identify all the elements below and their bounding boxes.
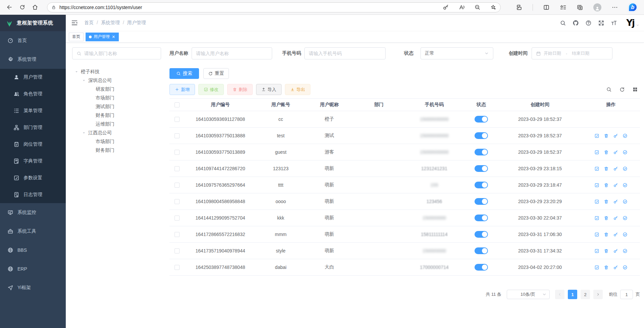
sidebar-menu-item[interactable]: 日志管理 — [0, 186, 66, 203]
tree-node[interactable]: 江西总公司 — [72, 129, 169, 137]
github-icon[interactable] — [573, 20, 579, 26]
tag-tab[interactable]: 首页 — [69, 33, 84, 41]
trash-icon[interactable] — [604, 265, 609, 270]
export-button[interactable]: 导出 — [285, 84, 310, 95]
row-checkbox[interactable] — [175, 248, 180, 253]
page-size-select[interactable]: 10条/页 — [507, 290, 550, 299]
assign-role-check-icon[interactable] — [623, 216, 628, 221]
tree-node[interactable]: 研发部门 — [72, 85, 169, 94]
reset-password-key-icon[interactable] — [613, 248, 618, 253]
search-button[interactable]: 搜索 — [169, 68, 199, 79]
sidebar-menu-item[interactable]: Yi框架 — [0, 278, 66, 297]
refresh-icon[interactable] — [619, 87, 625, 92]
reset-password-key-icon[interactable] — [613, 133, 618, 138]
department-search-field[interactable] — [84, 51, 157, 56]
status-toggle[interactable] — [475, 165, 488, 172]
split-screen-icon[interactable] — [543, 4, 550, 11]
row-checkbox[interactable] — [175, 232, 180, 237]
browser-profile-avatar[interactable] — [593, 3, 601, 11]
reset-button[interactable]: 重置 — [203, 68, 229, 79]
status-toggle[interactable] — [475, 264, 488, 271]
search-icon[interactable] — [560, 20, 566, 26]
sidebar-menu-item[interactable]: 岗位管理 — [0, 136, 66, 153]
phone-field[interactable] — [309, 51, 381, 56]
password-key-icon[interactable] — [443, 4, 449, 10]
app-logo[interactable]: 意框架管理系统 — [0, 15, 66, 31]
edit-icon[interactable] — [594, 265, 599, 270]
next-page-button[interactable] — [593, 290, 603, 299]
status-toggle[interactable] — [475, 116, 488, 123]
trash-icon[interactable] — [604, 166, 609, 171]
row-checkbox[interactable] — [175, 265, 180, 270]
trash-icon[interactable] — [604, 216, 609, 221]
tree-node[interactable]: 财务部门 — [72, 111, 169, 120]
edit-icon[interactable] — [594, 248, 599, 253]
date-range-picker[interactable]: 开始日期 - 结束日期 — [532, 47, 612, 59]
assign-role-check-icon[interactable] — [623, 166, 628, 171]
status-toggle[interactable] — [475, 231, 488, 238]
edit-icon[interactable] — [594, 199, 599, 204]
url-text[interactable]: https://ccnetcore.com:1101/system/user — [59, 5, 142, 10]
sidebar-menu-item[interactable]: 字典管理 — [0, 153, 66, 170]
department-search-input[interactable] — [72, 47, 161, 59]
trash-icon[interactable] — [604, 150, 609, 155]
row-checkbox[interactable] — [175, 166, 180, 171]
reset-password-key-icon[interactable] — [613, 199, 618, 204]
trash-icon[interactable] — [604, 133, 609, 138]
trash-icon[interactable] — [604, 248, 609, 253]
favorites-bar-icon[interactable] — [560, 4, 566, 11]
tree-node[interactable]: 市场部门 — [72, 137, 169, 146]
collections-icon[interactable] — [577, 4, 583, 11]
status-toggle[interactable] — [475, 182, 488, 188]
breadcrumb-item[interactable]: 系统管理 — [94, 20, 120, 26]
sidebar-menu-item[interactable]: 用户管理 — [0, 69, 66, 86]
sidebar-menu-item[interactable]: BBS — [0, 241, 66, 260]
browser-back-button[interactable] — [4, 2, 15, 13]
lock-icon[interactable] — [51, 5, 56, 10]
edit-icon[interactable] — [594, 232, 599, 237]
tree-node[interactable]: 市场部门 — [72, 94, 169, 102]
help-icon[interactable] — [585, 20, 592, 26]
assign-role-check-icon[interactable] — [623, 183, 628, 188]
caret-down-icon[interactable] — [82, 131, 88, 135]
row-checkbox[interactable] — [175, 117, 180, 122]
browser-more-icon[interactable] — [611, 4, 618, 11]
modify-button[interactable]: 修改 — [198, 84, 224, 95]
status-toggle[interactable] — [475, 198, 488, 205]
sidebar-menu-item[interactable]: 参数设置 — [0, 170, 66, 186]
status-toggle[interactable] — [475, 215, 488, 221]
assign-role-check-icon[interactable] — [623, 199, 628, 204]
user-avatar[interactable]: Yj — [626, 18, 639, 27]
tree-node[interactable]: 财务部门 — [72, 146, 169, 155]
phone-input[interactable] — [304, 47, 386, 59]
copilot-icon[interactable] — [628, 3, 637, 12]
status-toggle[interactable] — [475, 149, 488, 155]
search-toggle-icon[interactable] — [606, 87, 612, 92]
collapse-menu-icon[interactable] — [71, 19, 78, 27]
assign-role-check-icon[interactable] — [623, 133, 628, 138]
assign-role-check-icon[interactable] — [623, 150, 628, 155]
close-icon[interactable] — [112, 35, 115, 39]
add-button[interactable]: 新增 — [169, 84, 195, 95]
reset-password-key-icon[interactable] — [613, 216, 618, 221]
username-input[interactable] — [192, 47, 272, 59]
favorite-add-icon[interactable] — [490, 4, 496, 10]
breadcrumb-item[interactable]: 用户管理 — [120, 20, 146, 26]
edit-icon[interactable] — [594, 166, 599, 171]
sidebar-menu-item[interactable]: 系统工具 — [0, 222, 66, 241]
status-select[interactable]: 正常 — [420, 47, 493, 59]
tree-node[interactable]: 运维部门 — [72, 120, 169, 129]
row-checkbox[interactable] — [175, 199, 180, 204]
username-field[interactable] — [196, 51, 268, 56]
edit-icon[interactable] — [594, 183, 599, 188]
edit-icon[interactable] — [594, 133, 599, 138]
reset-password-key-icon[interactable] — [613, 265, 618, 270]
tree-node[interactable]: 深圳总公司 — [72, 76, 169, 85]
zoom-out-icon[interactable] — [474, 4, 481, 10]
page-number-button[interactable]: 1 — [568, 290, 577, 299]
caret-down-icon[interactable] — [82, 79, 88, 82]
column-grid-icon[interactable] — [632, 87, 638, 92]
breadcrumb-item[interactable]: 首页 — [84, 20, 94, 26]
edit-icon[interactable] — [594, 216, 599, 221]
browser-reload-button[interactable] — [17, 2, 28, 13]
